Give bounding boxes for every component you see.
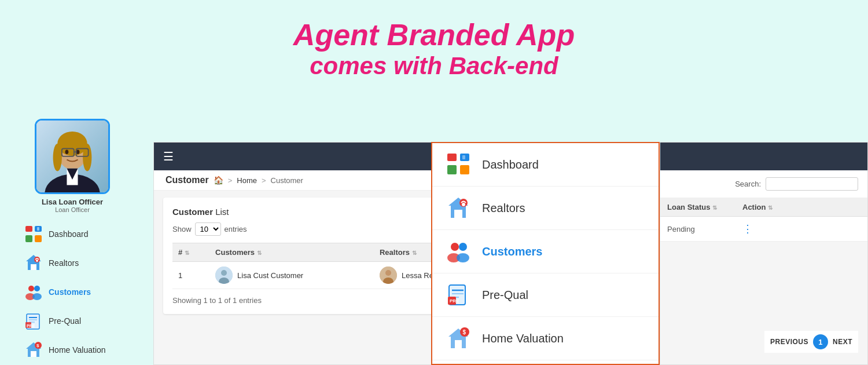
menu-realtors-svg <box>446 196 470 220</box>
content-header-bold: Customer <box>172 207 213 217</box>
menu-customers-svg <box>446 239 470 264</box>
menu-dashboard-label: Dashboard <box>482 158 539 171</box>
svg-point-22 <box>28 286 34 291</box>
svg-point-6 <box>83 144 91 171</box>
cell-loan-status: Pending <box>660 225 735 233</box>
svg-point-23 <box>34 286 40 291</box>
svg-text:$: $ <box>36 343 39 348</box>
search-row: Search: <box>660 170 867 198</box>
realtor-avatar-img <box>380 267 397 284</box>
svg-rect-52 <box>454 210 462 218</box>
search-input[interactable] <box>766 177 858 191</box>
profile-card: Lisa Loan Officer Loan Officer <box>35 119 110 213</box>
prev-button[interactable]: PREVIOUS <box>770 338 808 346</box>
svg-rect-16 <box>25 235 32 242</box>
menu-homevaluation-svg: $ <box>446 326 470 351</box>
search-label: Search: <box>735 180 761 188</box>
sidebar-item-customers[interactable]: Customers <box>17 278 133 306</box>
svg-point-44 <box>385 270 391 276</box>
rth-action: Action ⇅ <box>735 203 793 211</box>
svg-point-41 <box>221 270 227 276</box>
entries-label: entries <box>225 225 247 233</box>
entries-select[interactable]: 10 25 50 <box>195 222 221 236</box>
menu-item-dashboard[interactable]: Dashboard <box>432 143 659 187</box>
svg-text:$: $ <box>463 329 466 335</box>
right-topbar <box>660 143 867 170</box>
cell-customer: Lisa Cust Customer <box>209 262 374 289</box>
menu-item-prequal[interactable]: PRE Pre-Qual <box>432 273 659 317</box>
svg-point-7 <box>65 149 69 154</box>
menu-dashboard-icon <box>446 152 470 177</box>
svg-text:PRE: PRE <box>27 324 35 328</box>
avatar <box>35 119 110 194</box>
sidebar-prequal-label: Pre-Qual <box>49 316 81 326</box>
svg-point-5 <box>53 144 62 171</box>
hero-section: Agent Branded App comes with Back-end <box>0 0 868 92</box>
sidebar-customers-label: Customers <box>49 287 91 297</box>
svg-rect-32 <box>31 351 36 357</box>
svg-text:PRE: PRE <box>450 298 459 304</box>
homevaluation-icon: $ <box>24 341 43 359</box>
sidebar-item-dashboard[interactable]: Dashboard <box>17 220 133 248</box>
right-data-row: Pending ⋮ <box>660 217 867 242</box>
customers-icon <box>24 283 43 301</box>
svg-rect-18 <box>37 227 39 231</box>
page-number[interactable]: 1 <box>813 334 828 349</box>
profile-role: Loan Officer <box>55 206 90 213</box>
realtor-avatar <box>380 267 397 284</box>
menu-homevaluation-icon: $ <box>446 326 470 351</box>
menu-item-homevaluation[interactable]: $ Home Valuation <box>432 317 659 360</box>
right-table-header: Loan Status ⇅ Action ⇅ <box>660 198 867 217</box>
hero-title: Agent Branded App <box>0 17 868 52</box>
menu-item-customers[interactable]: Customers <box>432 230 659 273</box>
breadcrumb-title: Customer <box>165 175 209 185</box>
show-label: Show <box>172 225 192 233</box>
svg-point-54 <box>462 203 465 206</box>
customer-name: Lisa Cust Customer <box>237 271 303 280</box>
action-dots-icon[interactable]: ⋮ <box>742 223 753 235</box>
menu-homevaluation-label: Home Valuation <box>482 332 564 345</box>
menu-prequal-label: Pre-Qual <box>482 289 528 302</box>
cell-action[interactable]: ⋮ <box>735 222 793 235</box>
breadcrumb-current: Customer <box>271 176 303 185</box>
svg-rect-14 <box>25 226 32 232</box>
hero-subtitle: comes with Back-end <box>0 52 868 80</box>
next-button[interactable]: NEXT <box>833 338 852 346</box>
dashboard-icon <box>24 225 43 243</box>
svg-rect-65 <box>455 340 462 348</box>
menu-realtors-icon <box>446 196 470 220</box>
sidebar: Dashboard Realtors Customers PRE Pre <box>17 220 133 365</box>
col-num: # ⇅ <box>172 243 209 262</box>
menu-customers-label: Customers <box>482 245 542 258</box>
svg-rect-49 <box>447 165 457 174</box>
breadcrumb-sep-2: > <box>262 176 266 185</box>
hero-subtitle-start: comes with <box>310 52 448 79</box>
pagination: PREVIOUS 1 NEXT <box>764 331 858 353</box>
sidebar-item-realtors[interactable]: Realtors <box>17 249 133 277</box>
col-customers: Customers ⇅ <box>209 243 374 262</box>
svg-point-21 <box>36 260 38 262</box>
sidebar-item-prequal[interactable]: PRE Pre-Qual <box>17 307 133 335</box>
sidebar-homevaluation-label: Home Valuation <box>49 345 106 355</box>
realtors-icon <box>24 254 43 272</box>
customer-avatar <box>215 267 233 284</box>
svg-point-58 <box>457 253 469 262</box>
svg-rect-51 <box>462 155 465 159</box>
menu-realtors-label: Realtors <box>482 202 525 215</box>
sidebar-item-homevaluation[interactable]: $ Home Valuation <box>17 336 133 364</box>
menu-item-realtors[interactable]: Realtors <box>432 187 659 230</box>
right-panel: Search: Loan Status ⇅ Action ⇅ Pending ⋮… <box>660 142 868 365</box>
svg-rect-50 <box>460 165 469 174</box>
avatar-placeholder <box>36 121 108 192</box>
profile-name: Lisa Loan Officer <box>42 198 103 206</box>
menu-customers-icon <box>446 239 470 264</box>
svg-rect-47 <box>447 154 457 161</box>
hamburger-icon[interactable]: ☰ <box>163 149 174 163</box>
breadcrumb-sep-1: > <box>228 176 233 185</box>
svg-point-56 <box>459 243 467 251</box>
cell-num: 1 <box>172 262 209 289</box>
content-header-rest: List <box>215 207 229 217</box>
menu-dashboard-svg <box>446 152 470 177</box>
breadcrumb-home[interactable]: Home <box>237 176 257 185</box>
home-icon[interactable]: 🏠 <box>214 176 223 185</box>
